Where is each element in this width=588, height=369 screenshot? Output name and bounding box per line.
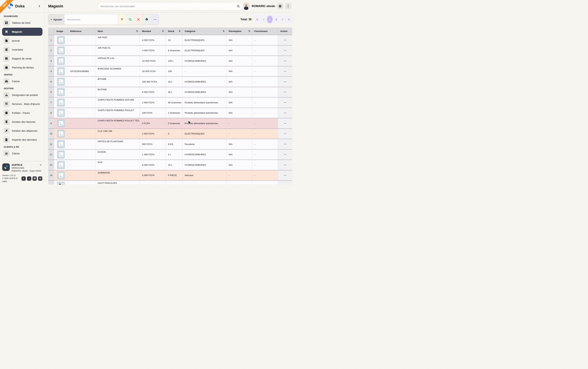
amount-cell: 4 000 FCFA bbox=[140, 46, 166, 56]
row-actions-button[interactable] bbox=[278, 118, 292, 128]
section-label-dashboard: DASHBOARD bbox=[4, 15, 41, 18]
sidebar-item-inventaire[interactable]: Inventaire bbox=[2, 46, 42, 54]
column-header-p-remption[interactable]: Péremption ⇅ bbox=[226, 28, 252, 35]
row-number: 7 bbox=[48, 97, 54, 108]
amount-cell: 8 000 FCFA bbox=[140, 160, 166, 170]
avatar[interactable] bbox=[243, 3, 250, 10]
column-header-cat-gorie[interactable]: Catégorie ⇅ bbox=[182, 28, 226, 35]
sidebar-item-journal[interactable]: journal bbox=[2, 37, 42, 45]
column-header-montant[interactable]: Montant ⇅ bbox=[140, 28, 166, 35]
stock-cell: 8 Grammes bbox=[166, 46, 182, 56]
sidebar-item-d-signation-de-produit[interactable]: Désignation de produit bbox=[2, 91, 42, 99]
row-number: 4 bbox=[48, 66, 54, 77]
sidebar-item-gestion-des-factures[interactable]: Gestion des factures bbox=[2, 118, 42, 126]
x-icon bbox=[137, 18, 140, 21]
row-actions-button[interactable] bbox=[278, 108, 292, 118]
facebook-icon[interactable]: f bbox=[21, 176, 26, 181]
amount-cell: 4 000 FCFA bbox=[140, 35, 166, 45]
image-placeholder-icon bbox=[57, 78, 65, 86]
row-actions-button[interactable] bbox=[278, 87, 292, 97]
supplier-cell: - bbox=[252, 46, 278, 56]
sidebar-item-services-main-d-uvre[interactable]: Services - Main-d'œuvre bbox=[2, 100, 42, 108]
more-menu-button[interactable] bbox=[285, 3, 291, 9]
app-window: DEV Duka DASHBOARD Tableau de bord Magas… bbox=[0, 0, 294, 184]
stock-cell: 45 L bbox=[166, 87, 182, 97]
sidebar-item-rapport-de-vente[interactable]: Rapport de vente bbox=[2, 54, 42, 62]
row-actions-button[interactable] bbox=[278, 77, 292, 87]
settings-button[interactable] bbox=[277, 3, 283, 9]
amount-cell: 8 000 FCFA bbox=[140, 87, 166, 97]
last-page-button[interactable] bbox=[286, 17, 291, 22]
sidebar-item-gestion-des-d-penses[interactable]: Gestion des dépenses bbox=[2, 127, 42, 135]
supplier-cell: - bbox=[252, 139, 278, 149]
org-switcher[interactable]: SUIITE-E DRAGUAGE ROMARIC ebode - Super … bbox=[2, 163, 42, 172]
tiktok-icon[interactable]: ♪ bbox=[27, 176, 31, 181]
table-row: 1 - AIR POD 4 000 FCFA 13 ELECTRONIQUES … bbox=[48, 35, 292, 46]
row-actions-button[interactable] bbox=[278, 66, 292, 77]
row-actions-button[interactable] bbox=[278, 46, 292, 56]
row-actions-button[interactable] bbox=[278, 129, 292, 139]
table-search-input[interactable] bbox=[67, 18, 115, 21]
top-header: Magasin ROMARIC ebode bbox=[45, 0, 294, 12]
print-button[interactable] bbox=[142, 14, 151, 25]
filter-icon bbox=[120, 18, 124, 21]
sidebar-item-clients[interactable]: Clients bbox=[2, 149, 42, 157]
expiry-cell: N/A bbox=[226, 150, 252, 160]
supplier-cell: - bbox=[252, 66, 278, 77]
chat-icon[interactable] bbox=[32, 176, 37, 181]
sidebar-collapse-button[interactable] bbox=[37, 4, 42, 9]
row-actions-button[interactable] bbox=[278, 97, 292, 108]
filter-button[interactable] bbox=[118, 14, 126, 25]
table-row: 6 - BUTANE 8 000 FCFA 45 L HYDROCARBURES… bbox=[48, 87, 292, 98]
table-search bbox=[64, 14, 118, 25]
sidebar-item-importer-des-donn-es[interactable]: Importer des données bbox=[2, 136, 42, 144]
sort-icon[interactable]: ⇅ bbox=[136, 30, 138, 32]
sidebar-item-magasin[interactable]: Magasin bbox=[2, 28, 42, 36]
sidebar-item-forfaits-packs[interactable]: Forfaits - Packs bbox=[2, 109, 42, 117]
prev-page-button[interactable] bbox=[261, 17, 266, 22]
global-search-input[interactable] bbox=[101, 5, 237, 8]
add-button[interactable]: + Ajouter bbox=[48, 14, 64, 25]
page-1-button[interactable]: 1 bbox=[267, 16, 273, 23]
row-actions-button[interactable] bbox=[278, 160, 292, 170]
column-header-fournisseur: Fournisseur bbox=[252, 28, 278, 35]
supplier-cell: - bbox=[252, 160, 278, 170]
sidebar-item-caisse[interactable]: Caisse bbox=[2, 77, 42, 85]
sidebar-item-tableau-de-bord[interactable]: Tableau de bord bbox=[2, 19, 42, 27]
clear-button[interactable] bbox=[134, 14, 142, 25]
expiry-cell: - bbox=[226, 118, 252, 128]
sort-icon[interactable]: ⇅ bbox=[248, 30, 250, 32]
sort-icon[interactable]: ⇅ bbox=[179, 30, 181, 32]
first-page-button[interactable] bbox=[255, 17, 260, 22]
amount-cell: 1 000 FCFA bbox=[140, 97, 166, 108]
row-actions-button[interactable] bbox=[278, 181, 292, 184]
sidebar-item-planning-de-t-ches[interactable]: Planning de tâches bbox=[2, 63, 42, 72]
row-actions-button[interactable] bbox=[278, 139, 292, 149]
globe-icon[interactable] bbox=[38, 176, 42, 181]
name-cell: CHIPS FIESTA POMMES POULET TED bbox=[95, 118, 140, 128]
expiry-cell: N/A bbox=[226, 77, 252, 87]
row-actions-button[interactable] bbox=[278, 35, 292, 45]
more-button[interactable] bbox=[151, 14, 159, 25]
stock-cell: 0 bbox=[166, 129, 182, 139]
row-number: 6 bbox=[48, 87, 54, 97]
search-button[interactable] bbox=[126, 14, 134, 25]
cash-register-icon bbox=[3, 78, 10, 84]
row-actions-button[interactable] bbox=[278, 150, 292, 160]
column-header-nom[interactable]: Nom ⇅ bbox=[95, 28, 140, 35]
product-image-cell bbox=[54, 108, 68, 118]
page-2-button[interactable]: 2 bbox=[273, 16, 279, 23]
category-cell: HYDROCARBURES bbox=[182, 160, 226, 170]
search-icon[interactable] bbox=[237, 4, 240, 8]
row-actions-button[interactable] bbox=[278, 56, 292, 66]
sort-icon[interactable]: ⇅ bbox=[162, 30, 164, 32]
category-cell: Produits alimentaire transformes bbox=[182, 97, 226, 108]
brand-name: Duka bbox=[15, 4, 25, 9]
row-actions-button[interactable] bbox=[278, 170, 292, 181]
column-header-stock[interactable]: Stock ⇅ bbox=[166, 28, 182, 35]
row-number: 9 bbox=[48, 118, 54, 128]
stock-cell: 100 L bbox=[166, 56, 182, 66]
pager-controls: 12 bbox=[254, 15, 292, 24]
next-page-button[interactable] bbox=[280, 17, 285, 22]
sort-icon[interactable]: ⇅ bbox=[223, 30, 225, 32]
